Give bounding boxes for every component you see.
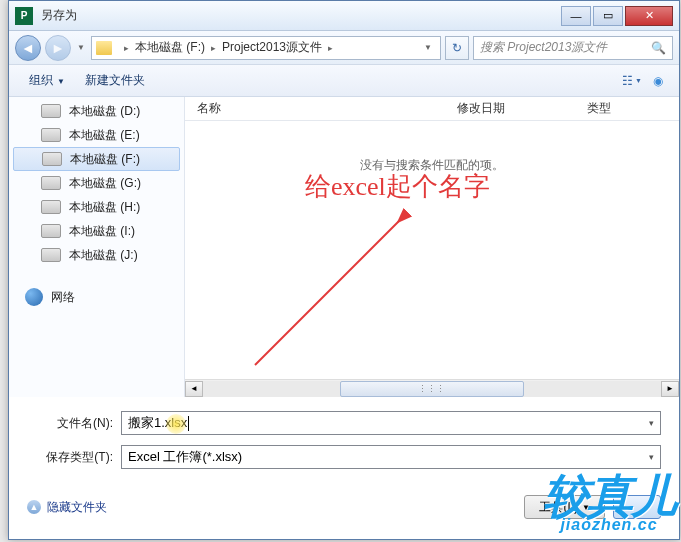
- sidebar-item-drive-g[interactable]: 本地磁盘 (G:): [9, 171, 184, 195]
- network-icon: [25, 288, 43, 306]
- search-placeholder: 搜索 Project2013源文件: [480, 39, 607, 56]
- drive-icon: [41, 248, 61, 262]
- view-button[interactable]: ☷▼: [621, 70, 643, 92]
- window-title: 另存为: [41, 7, 559, 24]
- drive-icon: [41, 200, 61, 214]
- save-as-dialog: P 另存为 — ▭ ✕ ◄ ► ▼ ▸ 本地磁盘 (F:) ▸ Project2…: [8, 0, 680, 540]
- close-button[interactable]: ✕: [625, 6, 673, 26]
- back-button[interactable]: ◄: [15, 35, 41, 61]
- body-area: 本地磁盘 (D:) 本地磁盘 (E:) 本地磁盘 (F:) 本地磁盘 (G:) …: [9, 97, 679, 397]
- filetype-dropdown[interactable]: ▾: [649, 452, 654, 462]
- save-button[interactable]: [613, 495, 661, 519]
- address-dropdown[interactable]: ▼: [420, 43, 436, 52]
- folder-icon: [96, 41, 112, 55]
- column-name[interactable]: 名称: [185, 100, 445, 117]
- app-icon: P: [15, 7, 33, 25]
- titlebar: P 另存为 — ▭ ✕: [9, 1, 679, 31]
- empty-message: 没有与搜索条件匹配的项。: [185, 157, 679, 174]
- search-input[interactable]: 搜索 Project2013源文件 🔍: [473, 36, 673, 60]
- maximize-button[interactable]: ▭: [593, 6, 623, 26]
- scroll-thumb[interactable]: ⋮⋮⋮: [340, 381, 523, 397]
- sidebar-item-drive-d[interactable]: 本地磁盘 (D:): [9, 99, 184, 123]
- filename-label: 文件名(N):: [27, 415, 113, 432]
- search-icon: 🔍: [651, 41, 666, 55]
- breadcrumb-folder[interactable]: Project2013源文件: [222, 39, 322, 56]
- column-type[interactable]: 类型: [575, 100, 679, 117]
- organize-button[interactable]: 组织▼: [19, 68, 75, 93]
- minimize-button[interactable]: —: [561, 6, 591, 26]
- filetype-select[interactable]: Excel 工作簿(*.xlsx) ▾: [121, 445, 661, 469]
- breadcrumb-drive[interactable]: 本地磁盘 (F:): [135, 39, 205, 56]
- sidebar: 本地磁盘 (D:) 本地磁盘 (E:) 本地磁盘 (F:) 本地磁盘 (G:) …: [9, 97, 185, 397]
- new-folder-button[interactable]: 新建文件夹: [75, 68, 155, 93]
- annotation-text: 给excel起个名字: [305, 169, 490, 204]
- address-bar[interactable]: ▸ 本地磁盘 (F:) ▸ Project2013源文件 ▸ ▼: [91, 36, 441, 60]
- drive-icon: [41, 224, 61, 238]
- annotation-arrow-icon: [235, 205, 415, 375]
- drive-icon: [42, 152, 62, 166]
- tools-button[interactable]: 工具(L)▼: [524, 495, 605, 519]
- footer: ▲ 隐藏文件夹 工具(L)▼: [9, 489, 679, 531]
- help-button[interactable]: ◉: [647, 70, 669, 92]
- sidebar-item-network[interactable]: 网络: [9, 285, 184, 309]
- column-headers: 名称 修改日期 类型: [185, 97, 679, 121]
- file-list-area: 名称 修改日期 类型 没有与搜索条件匹配的项。 给excel起个名字 ◄ ⋮⋮⋮…: [185, 97, 679, 397]
- svg-line-0: [255, 215, 405, 365]
- drive-icon: [41, 104, 61, 118]
- scroll-left-button[interactable]: ◄: [185, 381, 203, 397]
- filename-input[interactable]: 搬家1.xlsx ▾: [121, 411, 661, 435]
- scroll-right-button[interactable]: ►: [661, 381, 679, 397]
- drive-icon: [41, 176, 61, 190]
- form-area: 文件名(N): 搬家1.xlsx ▾ 保存类型(T): Excel 工作簿(*.…: [9, 397, 679, 489]
- hide-folders-link[interactable]: ▲ 隐藏文件夹: [27, 499, 107, 516]
- forward-button[interactable]: ►: [45, 35, 71, 61]
- sidebar-item-drive-i[interactable]: 本地磁盘 (I:): [9, 219, 184, 243]
- history-dropdown[interactable]: ▼: [75, 35, 87, 61]
- navigation-bar: ◄ ► ▼ ▸ 本地磁盘 (F:) ▸ Project2013源文件 ▸ ▼ ↻…: [9, 31, 679, 65]
- column-date[interactable]: 修改日期: [445, 100, 575, 117]
- filetype-label: 保存类型(T):: [27, 449, 113, 466]
- drive-icon: [41, 128, 61, 142]
- toolbar: 组织▼ 新建文件夹 ☷▼ ◉: [9, 65, 679, 97]
- filename-dropdown[interactable]: ▾: [649, 418, 654, 428]
- sidebar-item-drive-f[interactable]: 本地磁盘 (F:): [13, 147, 180, 171]
- sidebar-item-drive-j[interactable]: 本地磁盘 (J:): [9, 243, 184, 267]
- sidebar-item-drive-e[interactable]: 本地磁盘 (E:): [9, 123, 184, 147]
- horizontal-scrollbar[interactable]: ◄ ⋮⋮⋮ ►: [185, 379, 679, 397]
- collapse-icon: ▲: [27, 500, 41, 514]
- refresh-button[interactable]: ↻: [445, 36, 469, 60]
- sidebar-item-drive-h[interactable]: 本地磁盘 (H:): [9, 195, 184, 219]
